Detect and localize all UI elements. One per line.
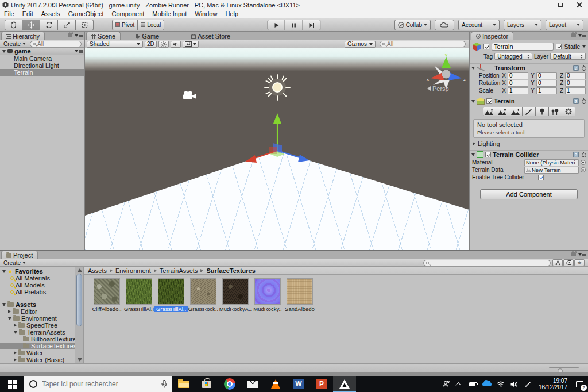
rotation-x-input[interactable] — [508, 80, 528, 87]
taskbar-search-input[interactable] — [42, 380, 157, 388]
gear-icon[interactable] — [581, 65, 586, 71]
file-explorer-taskbar-icon[interactable] — [172, 376, 195, 392]
layer-dropdown[interactable]: Default — [550, 53, 586, 60]
breadcrumb-assets[interactable]: Assets — [88, 267, 107, 274]
scene-effects-dropdown[interactable] — [183, 41, 199, 48]
hierarchy-scene-row[interactable]: game — [0, 48, 84, 55]
tag-dropdown[interactable]: Untagged — [494, 53, 532, 60]
scale-y-input[interactable] — [536, 87, 557, 94]
asset-mudrocky-normal[interactable]: MudRocky.. — [254, 278, 281, 312]
asset-cliffalbedo[interactable]: CliffAlbedo.. — [94, 278, 120, 312]
add-component-button[interactable]: Add Component — [480, 189, 578, 199]
rect-tool-button[interactable] — [76, 20, 94, 30]
scene-lighting-toggle[interactable] — [158, 41, 169, 48]
tree-item-water-basic[interactable]: Water (Basic) — [0, 356, 75, 363]
search-by-label-button[interactable] — [563, 259, 574, 266]
breadcrumb-surfacetextures[interactable]: SurfaceTextures — [206, 267, 255, 274]
paint-height-tool[interactable] — [496, 107, 509, 116]
close-button[interactable] — [570, 0, 588, 10]
texture-thumbnail[interactable] — [126, 278, 152, 305]
help-icon[interactable]: ? — [573, 98, 579, 104]
raise-lower-terrain-tool[interactable] — [483, 107, 496, 116]
volume-tray-icon[interactable] — [508, 376, 521, 392]
asset-grassrock[interactable]: GrassRock.. — [190, 278, 216, 312]
position-y-input[interactable] — [536, 72, 557, 79]
collab-dropdown[interactable]: Collab — [394, 20, 431, 30]
foldout-closed-icon[interactable] — [14, 351, 17, 355]
breadcrumb-environment[interactable]: Environment — [115, 267, 151, 274]
project-tree-scrollbar[interactable] — [75, 267, 84, 363]
collider-enabled-checkbox[interactable] — [485, 152, 491, 157]
tree-item-speedtree[interactable]: SpeedTree — [0, 322, 75, 329]
menu-window[interactable]: Window — [191, 10, 221, 18]
scale-z-input[interactable] — [565, 87, 586, 94]
object-picker-icon[interactable] — [581, 160, 586, 165]
microsoft-store-taskbar-icon[interactable] — [195, 376, 218, 392]
layout-dropdown[interactable]: Layout — [546, 20, 583, 30]
scene-search-field[interactable] — [380, 41, 466, 47]
menu-mobile-input[interactable]: Mobile Input — [148, 10, 191, 18]
gameobject-name-input[interactable] — [492, 43, 554, 51]
panel-menu-icon[interactable] — [578, 34, 586, 37]
maximize-button[interactable] — [551, 0, 570, 10]
gear-icon[interactable] — [581, 98, 586, 104]
texture-thumbnail[interactable] — [158, 278, 184, 305]
tab-game[interactable]: Game — [131, 32, 164, 40]
favorite-all-models[interactable]: All Models — [0, 282, 75, 289]
perspective-toggle[interactable]: Persp — [427, 85, 449, 92]
account-dropdown[interactable]: Account — [458, 20, 500, 30]
scale-x-input[interactable] — [508, 87, 528, 94]
project-create-button[interactable]: Create — [1, 259, 28, 266]
paint-texture-tool[interactable] — [523, 107, 536, 116]
tree-item-water[interactable]: Water — [0, 349, 75, 356]
gizmos-dropdown[interactable]: Gizmos — [345, 41, 376, 48]
unity-taskbar-icon[interactable] — [333, 376, 356, 392]
step-button[interactable] — [303, 20, 321, 30]
asset-mudrocky-albedo[interactable]: MudRockyA.. — [222, 278, 249, 312]
hierarchy-search-input[interactable] — [37, 41, 79, 47]
terrain-enabled-checkbox[interactable] — [486, 98, 492, 104]
menu-component[interactable]: Component — [107, 10, 148, 18]
texture-thumbnail[interactable] — [190, 278, 216, 305]
terrain-settings-tool[interactable] — [562, 107, 575, 116]
help-icon[interactable]: ? — [573, 152, 579, 157]
texture-thumbnail[interactable] — [222, 278, 249, 305]
position-z-input[interactable] — [565, 72, 586, 79]
mail-taskbar-icon[interactable] — [241, 376, 264, 392]
tab-hierarchy[interactable]: Hierarchy — [1, 32, 45, 40]
action-center-button[interactable]: 2 — [571, 376, 588, 392]
favorite-all-materials[interactable]: All Materials — [0, 275, 75, 282]
foldout-closed-icon[interactable] — [8, 310, 11, 313]
foldout-open-icon[interactable] — [471, 67, 475, 70]
menu-file[interactable]: File — [0, 10, 18, 18]
pivot-toggle-button[interactable]: Pivot — [112, 20, 138, 30]
hierarchy-item-terrain[interactable]: Terrain — [0, 69, 84, 76]
hierarchy-create-button[interactable]: Create — [1, 40, 28, 47]
active-checkbox[interactable] — [483, 44, 489, 49]
smooth-height-tool[interactable] — [509, 107, 523, 116]
texture-thumbnail[interactable] — [254, 278, 281, 305]
hand-tool-button[interactable] — [5, 20, 22, 30]
foldout-open-icon[interactable] — [14, 331, 17, 334]
terrain-collider-header[interactable]: Terrain Collider ? — [470, 150, 588, 159]
asset-sandalbedo[interactable]: SandAlbedo — [287, 278, 313, 312]
taskbar-search[interactable] — [24, 376, 172, 392]
position-x-input[interactable] — [508, 72, 528, 79]
foldout-open-icon[interactable] — [2, 50, 6, 53]
scene-search-input[interactable] — [387, 41, 463, 47]
terrain-component-header[interactable]: Terrain ? — [470, 97, 588, 105]
hierarchy-item-directional-light[interactable]: Directional Light — [0, 62, 84, 69]
tab-inspector[interactable]: Inspector — [471, 32, 513, 40]
rotation-z-input[interactable] — [565, 80, 586, 87]
foldout-open-icon[interactable] — [8, 317, 11, 320]
pen-tray-icon[interactable] — [521, 376, 535, 392]
favorites-filter-button[interactable]: ★ — [574, 259, 585, 266]
asset-grasshill-2-selected[interactable]: GrassHillAl.. — [158, 278, 184, 312]
material-object-field[interactable]: None (Physic Materi. — [524, 159, 579, 166]
scroll-up-icon[interactable] — [78, 268, 82, 272]
cloud-button[interactable] — [435, 20, 454, 30]
wifi-tray-icon[interactable] — [494, 376, 508, 392]
scene-audio-toggle[interactable] — [171, 41, 181, 48]
enable-tree-collider-checkbox[interactable] — [538, 175, 544, 180]
breadcrumb-terrainassets[interactable]: TerrainAssets — [160, 267, 198, 274]
